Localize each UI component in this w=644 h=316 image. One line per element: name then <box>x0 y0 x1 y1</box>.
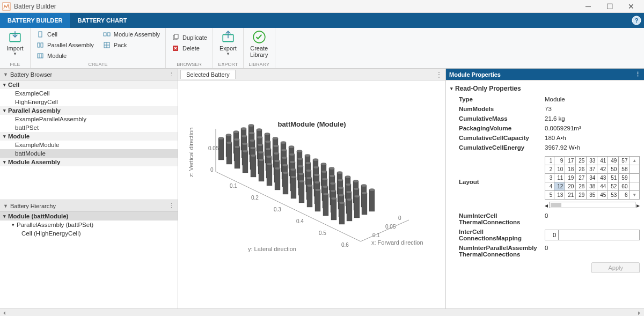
svg-point-41 <box>273 137 278 140</box>
svg-text:0: 0 <box>398 215 401 221</box>
hierarchy-item[interactable]: Cell (HighEnergyCell) <box>0 229 178 238</box>
svg-point-107 <box>266 148 271 151</box>
svg-point-75 <box>273 145 279 148</box>
inter-cell-mapping-index[interactable] <box>545 230 559 240</box>
chart-menu-button[interactable]: ⋮ <box>433 71 445 78</box>
svg-point-59 <box>345 176 350 179</box>
tree-group-parallel-assembly[interactable]: ▾Parallel Assembly <box>0 106 178 115</box>
svg-point-185 <box>307 185 312 187</box>
svg-point-43 <box>281 142 286 144</box>
create-parallel-assembly-button[interactable]: Parallel Assembly <box>34 40 96 50</box>
svg-point-193 <box>339 202 345 204</box>
prop-packaging-volume: PackagingVolume0.0059291m³ <box>450 123 640 133</box>
hierarchy-item[interactable]: ▾ParallelAssembly (battPSet) <box>0 221 178 229</box>
svg-point-123 <box>330 182 335 185</box>
module-render: 0.05 0 0.1 0.2 0.3 0.4 0.5 0.6 0 0.05 0.… <box>178 97 447 279</box>
hierarchy-root[interactable]: ▾Module (battModule) <box>0 212 178 221</box>
svg-point-153 <box>314 181 320 184</box>
browser-menu-button[interactable]: ⋮ <box>169 71 174 78</box>
svg-text:0.05: 0.05 <box>385 224 396 230</box>
svg-rect-5 <box>38 43 40 47</box>
svg-point-163 <box>218 137 224 140</box>
svg-rect-7 <box>38 54 43 58</box>
svg-rect-184 <box>307 186 312 207</box>
svg-rect-186 <box>315 190 320 211</box>
apply-button[interactable]: Apply <box>591 262 640 273</box>
create-module-assembly-button[interactable]: Module Assembly <box>100 29 162 39</box>
tree-item[interactable]: HighEnergyCell <box>0 98 178 106</box>
tree-group-module-assembly[interactable]: ▾Module Assembly <box>0 158 178 166</box>
svg-rect-176 <box>275 168 280 190</box>
chevron-down-icon: ▼ <box>226 52 230 56</box>
close-button[interactable]: ✕ <box>620 1 642 12</box>
svg-point-55 <box>329 167 334 170</box>
svg-rect-0 <box>3 3 10 10</box>
layout-scrollbar[interactable]: ◂▸ <box>545 202 640 209</box>
svg-point-111 <box>282 157 287 159</box>
tab-battery-builder[interactable]: BATTERY BUILDER <box>0 13 70 28</box>
svg-point-79 <box>289 153 295 156</box>
svg-point-133 <box>234 138 239 141</box>
svg-point-149 <box>298 173 304 175</box>
module-3d-chart[interactable]: battModule (Module) 0.05 0 0.1 0.2 0.3 0… <box>178 80 445 308</box>
export-button[interactable]: Export ▼ <box>216 29 240 57</box>
svg-point-177 <box>275 167 280 170</box>
tree-group-module[interactable]: ▾Module <box>0 132 178 141</box>
svg-point-71 <box>257 136 262 139</box>
tree-item[interactable]: ExampleParallelAssembly <box>0 115 178 123</box>
svg-point-73 <box>265 141 270 143</box>
svg-point-93 <box>346 183 351 186</box>
svg-point-137 <box>250 147 255 150</box>
read-only-properties-header[interactable]: ▾Read-Only Properties <box>450 83 640 94</box>
create-cell-button[interactable]: Cell <box>34 29 96 39</box>
svg-point-157 <box>331 190 336 193</box>
delete-button[interactable]: Delete <box>169 43 209 53</box>
svg-text:0.1: 0.1 <box>230 183 237 189</box>
svg-point-175 <box>267 163 272 166</box>
svg-point-99 <box>233 131 239 134</box>
svg-point-113 <box>290 161 295 164</box>
tree-item-selected[interactable]: battModule <box>0 149 178 158</box>
help-button[interactable]: ? <box>629 13 644 28</box>
svg-rect-64 <box>369 190 375 211</box>
svg-point-77 <box>281 149 287 152</box>
create-library-button[interactable]: CreateLibrary <box>247 29 272 59</box>
svg-point-179 <box>283 172 288 174</box>
layout-grid[interactable]: 19172533414957▲2101826374250583111927344… <box>545 156 640 200</box>
minimize-button[interactable]: ─ <box>577 1 599 12</box>
svg-point-51 <box>313 159 318 161</box>
svg-point-125 <box>338 187 343 189</box>
inter-cell-mapping-value[interactable] <box>559 230 640 240</box>
svg-rect-172 <box>259 160 264 181</box>
svg-point-39 <box>265 133 270 136</box>
svg-text:0.1: 0.1 <box>372 232 380 238</box>
maximize-button[interactable]: ☐ <box>599 1 620 12</box>
svg-point-35 <box>248 124 254 127</box>
pack-icon <box>103 41 111 49</box>
import-button[interactable]: Import ▼ <box>3 29 27 57</box>
x-axis-label: x: Forward direction <box>371 239 423 246</box>
z-axis-label: z: Vertical direction <box>188 128 194 177</box>
svg-point-47 <box>297 150 302 153</box>
tree-item[interactable]: battPSet <box>0 123 178 132</box>
battery-browser-header: ▼Battery Browser ⋮ <box>0 69 178 80</box>
bottom-scrollbar[interactable]: ⏴⏵ <box>0 308 644 316</box>
parallel-assembly-icon <box>36 41 45 49</box>
delete-icon <box>171 44 180 53</box>
properties-menu-button[interactable]: ⋮ <box>635 71 641 78</box>
create-pack-button[interactable]: Pack <box>100 40 162 50</box>
svg-rect-174 <box>267 164 272 186</box>
svg-rect-182 <box>299 181 304 203</box>
hierarchy-menu-button[interactable]: ⋮ <box>169 202 174 209</box>
tree-group-cell[interactable]: ▾Cell <box>0 80 178 89</box>
svg-point-135 <box>242 143 247 145</box>
tab-battery-chart[interactable]: BATTERY CHART <box>70 13 134 28</box>
tree-item[interactable]: ExampleCell <box>0 89 178 98</box>
ribbon: Import ▼ FILE Cell Parallel Assembly Mod… <box>0 28 644 69</box>
svg-point-61 <box>353 180 358 183</box>
prop-type: TypeModule <box>450 94 640 104</box>
create-module-button[interactable]: Module <box>34 50 96 61</box>
tree-item[interactable]: ExampleModule <box>0 141 178 149</box>
duplicate-button[interactable]: Duplicate <box>169 32 209 42</box>
selected-battery-tab[interactable]: Selected Battery <box>180 70 236 79</box>
